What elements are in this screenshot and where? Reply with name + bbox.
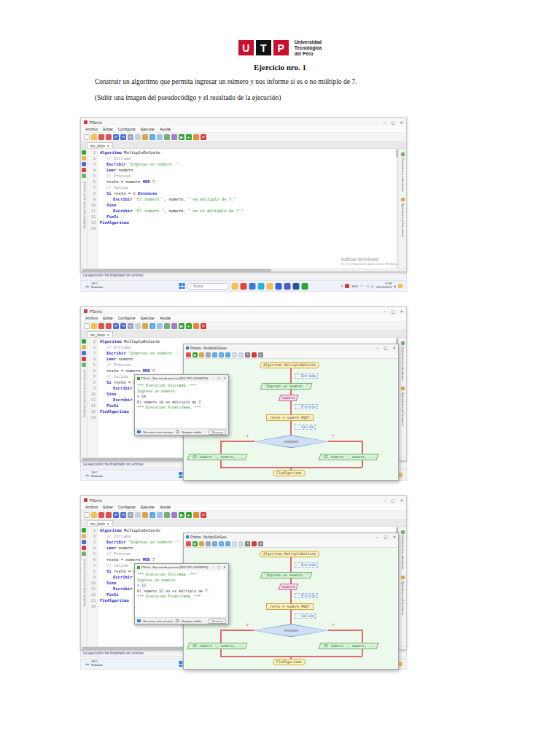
syntax-help-icon[interactable]: [171, 323, 177, 329]
save-icon[interactable]: [98, 323, 104, 329]
breakpoint-icon[interactable]: [193, 512, 199, 518]
copy-icon[interactable]: [135, 512, 141, 518]
notification-bell-icon[interactable]: ●: [394, 284, 396, 288]
taskbar-weather-widget[interactable]: ☁ 18°C Nublado: [85, 660, 103, 667]
flow-select-icon[interactable]: ↖: [238, 541, 244, 546]
panel-icon[interactable]: [82, 174, 86, 178]
menu-editar[interactable]: Editar: [103, 127, 113, 131]
breakpoint-icon[interactable]: [193, 134, 199, 140]
variables-icon[interactable]: [82, 534, 86, 538]
flow-zoom-out-icon[interactable]: −: [212, 541, 217, 546]
flowchart-close-button[interactable]: ✕: [392, 346, 396, 350]
quick-run-icon[interactable]: [82, 150, 86, 155]
flow-write-node[interactable]: 'Ingrese un número: ': [260, 572, 313, 578]
always-visible-label[interactable]: Siempre visible: [182, 619, 201, 623]
flow-condition-node[interactable]: resto=0: [253, 624, 329, 637]
quick-run-icon[interactable]: [82, 528, 86, 533]
flow-cursor-icon[interactable]: ➤: [258, 541, 263, 546]
flow-run-icon[interactable]: ▶: [192, 541, 198, 546]
flow-comment-icon[interactable]: [252, 541, 257, 546]
console-maximize-button[interactable]: ▢: [217, 376, 220, 380]
save-icon[interactable]: [98, 134, 104, 140]
flow-zoom-reset-icon[interactable]: [225, 352, 230, 357]
new-file-icon[interactable]: [84, 134, 90, 140]
breakpoint-strip-icon[interactable]: [82, 168, 86, 172]
menu-configurar[interactable]: Configurar: [118, 505, 136, 509]
variables-icon[interactable]: [82, 156, 86, 160]
paste-icon[interactable]: [142, 134, 148, 140]
folder-icon[interactable]: [267, 283, 273, 290]
editor-tab[interactable]: sin_titulo ×: [87, 331, 113, 337]
pseint-help-icon[interactable]: P: [201, 134, 206, 140]
flow-zoom-out-icon[interactable]: −: [212, 352, 217, 357]
close-button[interactable]: ✕: [400, 498, 403, 503]
flow-pan-icon[interactable]: ✥: [232, 352, 237, 357]
tab-close-icon[interactable]: ×: [107, 333, 109, 337]
tab-comandos[interactable]: Comandos y estructuras: [401, 152, 405, 192]
flowchart-icon[interactable]: [164, 512, 170, 518]
console-scrollbar[interactable]: [226, 570, 228, 617]
code-editor[interactable]: 1234567891011121314 Algoritmo MultiploDe…: [88, 149, 396, 268]
store-icon[interactable]: [276, 283, 282, 290]
quick-run-icon[interactable]: [82, 339, 86, 344]
flow-start-node[interactable]: Algoritmo MultiploDeSiete: [260, 362, 319, 368]
menu-configurar[interactable]: Configurar: [118, 127, 136, 131]
cut-icon[interactable]: ✂: [128, 512, 133, 518]
paste-icon[interactable]: [142, 323, 148, 329]
breakpoint-strip-icon[interactable]: [82, 546, 86, 550]
redo-icon[interactable]: ↷: [120, 323, 126, 329]
tab-comandos[interactable]: Comandos y estructuras: [401, 341, 405, 381]
run-icon[interactable]: ▶: [179, 134, 184, 140]
flowchart-minimize-button[interactable]: –: [376, 346, 378, 350]
edge-icon[interactable]: [258, 283, 265, 290]
volume-icon[interactable]: ◁: [365, 284, 368, 288]
menu-ayuda[interactable]: Ayuda: [160, 127, 171, 131]
left-panel-tab-label[interactable]: Variables (ejecución paso a paso): [82, 371, 86, 417]
flow-end-node[interactable]: FinAlgoritmo: [273, 659, 306, 665]
flow-edit-icon[interactable]: [199, 541, 204, 546]
syntax-help-icon[interactable]: [171, 512, 177, 518]
menu-archivo[interactable]: Archivo: [85, 505, 98, 509]
flow-branch-false-node[interactable]: 'El número ', numero, ...: [319, 643, 379, 649]
search-input[interactable]: [193, 285, 222, 288]
left-panel-tab-label[interactable]: Variables (ejecución paso a paso): [82, 560, 86, 606]
minimize-button[interactable]: –: [384, 120, 386, 125]
taskbar-clock[interactable]: 8:28 30/10/2024: [376, 282, 392, 290]
step-icon[interactable]: [82, 162, 86, 166]
menu-ejecutar[interactable]: Ejecutar: [141, 127, 155, 131]
paste-icon[interactable]: [142, 512, 148, 518]
close-button[interactable]: ✕: [400, 120, 403, 125]
flow-start-node[interactable]: Algoritmo MultiploDeSiete: [260, 551, 319, 557]
flow-run-icon[interactable]: ▶: [192, 352, 198, 357]
menu-archivo[interactable]: Archivo: [85, 316, 98, 320]
open-file-icon[interactable]: [91, 512, 97, 518]
flow-condition-node[interactable]: resto=0: [253, 435, 329, 448]
flowchart-minimize-button[interactable]: –: [376, 535, 378, 539]
flow-branch-true-node[interactable]: 'El número ', numero, ...: [187, 454, 248, 460]
tab-close-icon[interactable]: ×: [107, 522, 109, 526]
taskbar-weather-widget[interactable]: ☁ 18°C Nublado: [85, 282, 103, 289]
search-icon[interactable]: ⌕: [149, 512, 155, 518]
syntax-help-icon[interactable]: [171, 134, 177, 140]
flow-assign-node[interactable]: resto = numero MOD 7: [266, 603, 314, 610]
always-visible-checkbox[interactable]: [176, 619, 179, 622]
pseint-taskbar-icon[interactable]: [302, 283, 308, 290]
word-icon[interactable]: [293, 283, 300, 290]
console-close-button[interactable]: ✕: [223, 376, 226, 380]
step-run-icon[interactable]: ▸: [186, 512, 192, 518]
copy-icon[interactable]: [135, 323, 141, 329]
chrome-icon[interactable]: [241, 283, 247, 290]
flow-branch-true-node[interactable]: 'El número ', numero, ...: [187, 643, 248, 649]
flow-branch-false-node[interactable]: 'El número ', numero, ...: [319, 454, 379, 460]
flow-zoom-in-icon[interactable]: +: [219, 352, 224, 357]
flow-font-icon[interactable]: A: [245, 541, 250, 546]
tray-app-icon[interactable]: [398, 284, 402, 288]
flowchart-icon[interactable]: [164, 134, 170, 140]
indent-icon[interactable]: [157, 323, 163, 329]
cut-icon[interactable]: ✂: [128, 134, 133, 140]
flowchart-maximize-button[interactable]: ▢: [384, 535, 387, 539]
flow-end-node[interactable]: FinAlgoritmo: [273, 470, 306, 476]
save-all-icon[interactable]: [106, 323, 112, 329]
variables-icon[interactable]: [82, 345, 86, 349]
maximize-button[interactable]: ▢: [391, 120, 394, 125]
